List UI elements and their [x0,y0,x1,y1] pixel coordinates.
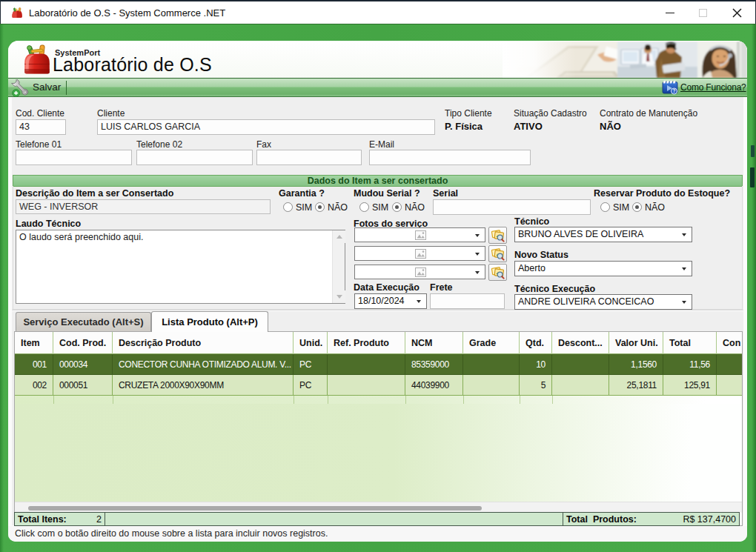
grid-column-separator [294,396,294,404]
foto1-combo[interactable] [354,227,485,242]
cliente-value: LUIS CARLOS GARCIA [101,122,200,132]
laudo-scrollbar[interactable] [332,230,345,303]
reservar-sim-radio[interactable] [600,202,610,212]
total-produtos-label: Total Produtos: [566,514,637,525]
novo-status-combo[interactable]: Aberto [514,261,692,276]
telefone1-field[interactable] [16,150,132,165]
save-button[interactable]: Salvar [8,79,66,96]
column-header-ncm[interactable]: NCM [405,332,463,354]
scroll-down-button[interactable] [333,290,345,303]
close-icon [732,8,742,18]
cell-con [717,354,742,375]
column-header-item[interactable]: Item [15,332,53,354]
column-header-unid[interactable]: Unid. [294,332,328,354]
minimize-icon [666,13,674,13]
telefone1-label: Telefone 01 [16,139,62,150]
totals-separator [563,513,563,525]
garantia-sim-label: SIM [296,202,312,213]
cliente-field[interactable]: LUIS CARLOS GARCIA [97,119,435,135]
situacao-cadastro-label: Situação Cadastro [514,108,587,119]
cell-valor-uni: 25,1811 [609,375,663,396]
column-header-con[interactable]: Con [717,332,742,354]
column-header-cod-prod[interactable]: Cod. Prod. [53,332,113,354]
lista-produto-page: Item Cod. Prod. Descrição Produto Unid. … [14,331,743,526]
novo-status-label: Novo Status [514,250,568,260]
frame-decoration [751,145,755,157]
como-funciona-label: Como Funciona? [680,82,746,93]
frete-field[interactable] [430,293,505,309]
cod-cliente-field[interactable]: 43 [16,119,66,135]
column-header-descricao[interactable]: Descrição Produto [113,332,294,354]
maximize-button[interactable] [686,1,720,24]
grid-column-separator [463,396,464,404]
foto2-combo[interactable] [354,246,485,261]
foto2-browse-button[interactable] [488,245,507,262]
tipo-cliente-value: P. Física [445,121,483,132]
tecnico-execucao-combo[interactable]: ANDRE OLIVEIRA CONCEICAO [514,294,692,310]
grid-column-separator [328,396,328,404]
toolbar-separator [66,81,67,95]
cell-cod-prod: 000034 [53,354,113,375]
como-funciona-link[interactable]: ? Como Funciona? [651,79,747,97]
contrato-manutencao-label: Contrato de Manutenção [600,108,697,119]
scrollbar-thumb[interactable] [28,506,482,511]
column-header-qtd[interactable]: Qtd. [520,332,552,354]
table-row-selected[interactable]: 001 000034 CONECTOR CUNHA OTIMIZADO ALUM… [15,354,742,375]
dropdown-arrow-icon [682,267,686,270]
serial-field[interactable] [433,199,591,215]
minimize-button[interactable] [653,1,686,24]
grid-column-separator [405,396,406,404]
scroll-up-button[interactable] [333,230,345,243]
grid-horizontal-scrollbar[interactable] [15,502,742,513]
garantia-nao-radio[interactable] [315,202,325,212]
grid-column-separator [53,396,54,404]
column-header-grade[interactable]: Grade [463,332,520,354]
fax-field[interactable] [256,150,362,165]
data-execucao-picker[interactable]: 18/10/2024 [354,293,427,309]
cell-con [717,375,742,396]
garantia-sim-radio[interactable] [283,202,293,212]
close-button[interactable] [720,1,754,24]
laudo-tecnico-textarea[interactable]: O laudo será preenchido aqui. [16,230,345,304]
scroll-up-icon [336,235,342,239]
telefone2-label: Telefone 02 [136,139,182,150]
email-field[interactable] [369,150,531,165]
reservar-produto-label: Reservar Produto do Estoque? [594,188,730,199]
save-wrench-icon [11,79,30,97]
cell-unid: PC [294,375,328,396]
cell-descricao: CONECTOR CUNHA OTIMIZADO ALUM. V... [113,354,294,375]
cell-total: 125,91 [663,375,717,396]
tipo-cliente-label: Tipo Cliente [445,108,492,119]
tecnico-execucao-label: Técnico Execução [514,284,595,294]
section-divider [12,310,743,311]
telefone2-field[interactable] [136,150,253,165]
tab-lista-produto[interactable]: Lista Produto (Alt+P) [151,311,268,332]
descricao-item-label: Descrição do Item a ser Consertado [16,188,173,199]
find-photo-icon [491,266,505,279]
cell-descont [552,375,609,396]
mudou-serial-sim-radio[interactable] [359,202,369,212]
dropdown-arrow-icon [475,253,480,256]
tab-label: Serviço Executado (Alt+S) [23,316,143,327]
tecnico-combo[interactable]: BRUNO ALVES DE OLIVEIRA [514,227,692,242]
toolbar: Salvar ? Como F [8,78,747,97]
garantia-nao-label: NÃO [328,202,348,213]
serial-label: Serial [433,188,458,199]
foto1-browse-button[interactable] [488,227,507,244]
tab-servico-executado[interactable]: Serviço Executado (Alt+S) [16,312,151,331]
app-toolbox-icon [10,7,24,20]
tecnico-execucao-value: ANDRE OLIVEIRA CONCEICAO [518,296,654,307]
foto3-browse-button[interactable] [488,264,507,281]
reservar-nao-radio[interactable] [632,202,642,212]
column-header-valor-uni[interactable]: Valor Uni. [609,332,663,354]
mudou-serial-nao-radio[interactable] [392,202,402,212]
column-header-ref-produto[interactable]: Ref. Produto [328,332,405,354]
save-label: Salvar [33,82,61,93]
tecnico-label: Técnico [514,216,549,227]
foto3-combo[interactable] [354,265,485,279]
data-execucao-label: Data Execução [354,282,420,293]
descricao-item-field[interactable]: WEG - INVERSOR [16,199,271,214]
column-header-total[interactable]: Total [663,332,717,354]
table-row[interactable]: 002 000051 CRUZETA 2000X90X90MM PC 44039… [15,375,742,396]
column-header-descont[interactable]: Descont... [552,332,609,354]
